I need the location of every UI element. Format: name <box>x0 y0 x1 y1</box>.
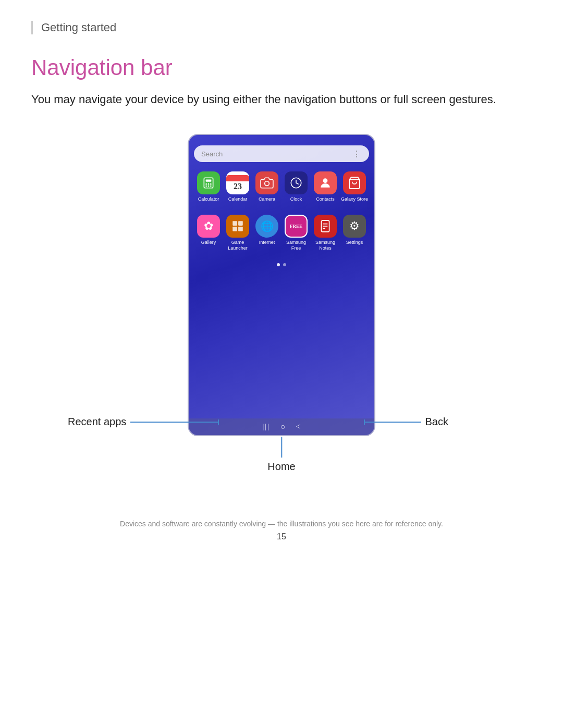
home-button: ○ <box>280 422 286 431</box>
samsungfree-icon: FREE <box>285 215 308 238</box>
device-center: Search ⋮ Calculator <box>31 134 532 436</box>
back-annotation: Back <box>364 416 448 428</box>
svg-rect-12 <box>232 221 237 226</box>
app-samsungfree: FREE Samsung Free <box>282 215 311 251</box>
svg-point-5 <box>205 186 207 187</box>
device-mockup: Search ⋮ Calculator <box>188 134 375 436</box>
app-samsungnotes: Samsung Notes <box>311 215 340 251</box>
page-dot-2 <box>283 263 286 266</box>
calculator-label: Calculator <box>198 196 219 202</box>
section-title: Navigation bar <box>31 55 532 80</box>
recent-apps-button: ||| <box>262 423 270 431</box>
gamelauncher-icon <box>226 215 249 238</box>
internet-label: Internet <box>259 240 275 245</box>
app-grid-row2: ✿ Gallery Game Launcher 🌐 Internet <box>194 215 369 258</box>
calendar-icon: 23 <box>226 171 249 194</box>
clock-label: Clock <box>290 196 302 202</box>
contacts-icon <box>314 171 337 194</box>
back-button: < <box>296 422 301 431</box>
home-label: Home <box>267 461 295 473</box>
svg-rect-15 <box>238 227 243 231</box>
samsungnotes-icon <box>314 215 337 238</box>
app-contacts: Contacts <box>311 171 340 202</box>
camera-label: Camera <box>259 196 275 202</box>
app-camera: Camera <box>252 171 282 202</box>
internet-icon: 🌐 <box>255 215 278 238</box>
app-calendar: 23 Calendar <box>223 171 252 202</box>
svg-point-4 <box>210 183 212 185</box>
app-calculator: Calculator <box>194 171 223 202</box>
search-bar: Search ⋮ <box>194 145 369 162</box>
app-internet: 🌐 Internet <box>252 215 282 251</box>
back-label: Back <box>425 416 448 428</box>
page-header: Getting started <box>31 21 532 34</box>
search-placeholder: Search <box>201 150 223 158</box>
page-number: 15 <box>31 532 532 541</box>
app-gallery: ✿ Gallery <box>194 215 223 251</box>
galaxystore-icon <box>343 171 366 194</box>
svg-point-8 <box>265 181 270 186</box>
app-settings: ⚙ Settings <box>340 215 369 251</box>
footer-note: Devices and software are constantly evol… <box>31 520 532 528</box>
page-dots <box>194 263 369 266</box>
device-container: Search ⋮ Calculator <box>188 134 375 436</box>
samsungnotes-label: Samsung Notes <box>311 240 340 251</box>
svg-point-7 <box>210 186 212 187</box>
home-annotation: Home <box>267 437 295 473</box>
app-galaxystore: Galaxy Store <box>340 171 369 202</box>
svg-point-6 <box>208 186 210 187</box>
settings-label: Settings <box>346 240 363 245</box>
illustration-area: Search ⋮ Calculator <box>31 134 532 436</box>
app-grid-row1: Calculator 23 Calendar <box>194 171 369 209</box>
app-gamelauncher: Game Launcher <box>223 215 252 251</box>
calendar-label: Calendar <box>228 196 248 202</box>
section-description: You may navigate your device by using ei… <box>31 91 500 108</box>
svg-rect-14 <box>232 227 237 231</box>
gallery-label: Gallery <box>201 240 216 245</box>
camera-icon <box>255 171 278 194</box>
svg-rect-13 <box>238 221 243 226</box>
svg-point-3 <box>208 183 210 185</box>
svg-point-10 <box>323 178 328 183</box>
gallery-icon: ✿ <box>197 215 220 238</box>
page-dot-1 <box>277 263 280 266</box>
settings-icon: ⚙ <box>343 215 366 238</box>
contacts-label: Contacts <box>316 196 335 202</box>
galaxystore-label: Galaxy Store <box>341 196 368 202</box>
app-clock: Clock <box>282 171 311 202</box>
footer-area: Devices and software are constantly evol… <box>31 520 532 541</box>
svg-point-2 <box>205 183 207 185</box>
calculator-icon <box>197 171 220 194</box>
breadcrumb-text: Getting started <box>41 21 116 34</box>
recent-apps-label: Recent apps <box>68 416 126 428</box>
recent-apps-annotation: Recent apps <box>68 416 219 428</box>
clock-icon <box>285 171 308 194</box>
samsungfree-label: Samsung Free <box>282 240 311 251</box>
search-options-icon: ⋮ <box>352 149 362 159</box>
svg-rect-1 <box>206 180 212 182</box>
gamelauncher-label: Game Launcher <box>223 240 252 251</box>
